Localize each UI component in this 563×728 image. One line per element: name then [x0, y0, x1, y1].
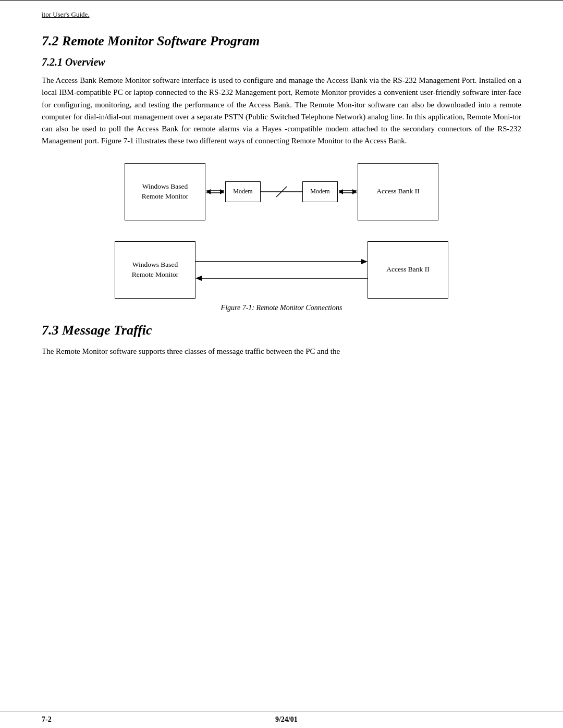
header-area: itor User's Guide.	[0, 1, 563, 19]
diagram1-modem2-label: Modem	[310, 188, 329, 195]
footer-page-number: 7-2	[42, 715, 52, 724]
section-73-heading: 7.3 Message Traffic	[42, 323, 521, 338]
svg-marker-2	[206, 189, 211, 194]
footer-date: 9/24/01	[275, 715, 298, 724]
svg-marker-9	[352, 189, 357, 194]
double-arrow-right-svg	[338, 186, 358, 198]
diagram2-wrapper: Windows Based Remote Monitor	[115, 241, 448, 299]
svg-marker-8	[339, 189, 343, 194]
modem-connector	[261, 184, 302, 200]
svg-marker-13	[195, 276, 202, 281]
section-72-heading: 7.2 Remote Monitor Software Program	[42, 33, 521, 49]
diagram2-right-box: Access Bank II	[368, 241, 448, 299]
overview-paragraph: The Access Bank Remote Monitor software …	[42, 75, 521, 147]
header-breadcrumb: itor User's Guide.	[42, 10, 90, 18]
diagram2-left-box: Windows Based Remote Monitor	[115, 241, 195, 299]
diagram1-modem1-label: Modem	[233, 188, 252, 195]
slash-connector-svg	[261, 184, 302, 200]
diagram2-left-label: Windows Based Remote Monitor	[132, 260, 179, 280]
diagram1-left-label: Windows Based Remote Monitor	[142, 182, 189, 202]
diagram1-right-box: Access Bank II	[358, 163, 438, 220]
diagram2-top-arrow-svg	[195, 257, 368, 266]
arrow1-left	[205, 186, 225, 198]
diagram2-right-label: Access Bank II	[386, 265, 429, 275]
diagram1-right-label: Access Bank II	[376, 187, 419, 196]
diagram2-bottom-arrow-svg	[195, 274, 368, 283]
diagram1-modem1-box: Modem	[225, 181, 261, 202]
section-721-heading: 7.2.1 Overview	[42, 56, 521, 68]
diagram2-connector	[195, 257, 368, 283]
diagram1-wrapper: Windows Based Remote Monitor	[125, 163, 438, 220]
svg-marker-3	[220, 189, 224, 194]
diagram-container: Windows Based Remote Monitor	[42, 163, 521, 299]
section-73-paragraph: The Remote Monitor software supports thr…	[42, 346, 521, 357]
diagram1-modem2-box: Modem	[302, 181, 338, 202]
diagram1-left-box: Windows Based Remote Monitor	[125, 163, 205, 220]
page-container: itor User's Guide. 7.2 Remote Monitor So…	[0, 0, 563, 728]
section-73: 7.3 Message Traffic The Remote Monitor s…	[42, 323, 521, 357]
figure-caption: Figure 7-1: Remote Monitor Connections	[42, 304, 521, 312]
arrow1-right	[338, 186, 358, 198]
footer: 7-2 9/24/01	[0, 711, 563, 728]
svg-marker-11	[361, 259, 368, 264]
main-content: 7.2 Remote Monitor Software Program 7.2.…	[0, 19, 563, 711]
double-arrow-left-svg	[205, 186, 225, 198]
